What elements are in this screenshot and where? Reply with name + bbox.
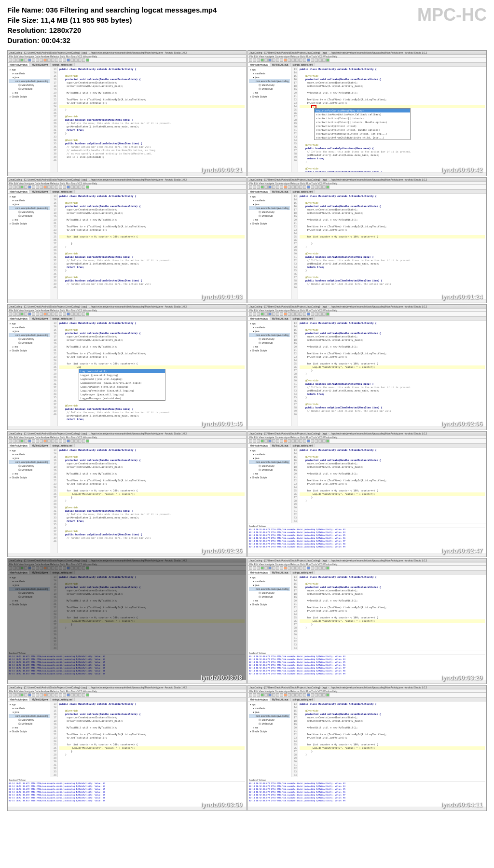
toolbar-icon[interactable]: [78, 693, 82, 697]
toolbar-icon[interactable]: [47, 439, 51, 443]
toolbar-icon[interactable]: [264, 439, 268, 443]
toolbar-icon[interactable]: [268, 439, 272, 443]
toolbar-icon[interactable]: [326, 185, 329, 189]
toolbar-icon[interactable]: [249, 566, 252, 570]
editor-tab[interactable]: MyTextUtil.java: [270, 698, 291, 701]
menu-bar[interactable]: File Edit View Navigate Code Analyze Ref…: [8, 55, 246, 58]
toolbar-icon[interactable]: [303, 312, 306, 316]
menu-bar[interactable]: File Edit View Navigate Code Analyze Ref…: [8, 308, 246, 312]
toolbar-icon[interactable]: [322, 185, 326, 189]
tree-item[interactable]: ▾ java: [9, 710, 50, 714]
tree-root[interactable]: ▸ app: [9, 448, 50, 452]
toolbar-icon[interactable]: [67, 185, 70, 189]
editor-tab[interactable]: MainActivity.java: [248, 698, 270, 701]
tree-item[interactable]: ▸ manifests: [249, 452, 290, 456]
ide-toolbar[interactable]: [248, 693, 486, 698]
toolbar-icon[interactable]: [47, 693, 51, 697]
editor-tab[interactable]: MyTextUtil.java: [270, 571, 291, 574]
toolbar-icon[interactable]: [280, 312, 283, 316]
tree-item[interactable]: ▸ Gradle Scripts: [9, 95, 50, 98]
autocomplete-item[interactable]: startActivity(Intent intent): [315, 124, 410, 128]
toolbar-icon[interactable]: [43, 439, 47, 443]
toolbar-icon[interactable]: [299, 439, 302, 443]
tree-item[interactable]: Ⓒ MyTextUtil: [249, 214, 290, 218]
toolbar-icon[interactable]: [303, 566, 306, 570]
tree-item[interactable]: ▾ java: [249, 583, 290, 587]
toolbar-icon[interactable]: [272, 693, 275, 697]
toolbar-icon[interactable]: [74, 58, 78, 62]
toolbar-icon[interactable]: [78, 58, 82, 62]
toolbar-icon[interactable]: [36, 693, 39, 697]
toolbar-icon[interactable]: [307, 439, 310, 443]
toolbar-icon[interactable]: [24, 185, 27, 189]
toolbar-icon[interactable]: [276, 58, 279, 62]
toolbar-icon[interactable]: [299, 185, 302, 189]
editor[interactable]: 1314151617181920212223242526272829303132…: [291, 67, 486, 176]
editor[interactable]: 1314151617181920212223242526272829303132…: [51, 448, 246, 557]
code-area[interactable]: public class MainActivity extends Action…: [58, 194, 246, 303]
tree-root[interactable]: ▸ app: [9, 702, 50, 706]
toolbar-icon[interactable]: [264, 312, 268, 316]
tree-item[interactable]: ▸ Gradle Scripts: [249, 602, 290, 606]
toolbar-icon[interactable]: [55, 693, 58, 697]
tree-item[interactable]: Ⓒ MainActivity: [249, 464, 290, 468]
ide-toolbar[interactable]: [248, 58, 486, 63]
toolbar-icon[interactable]: [280, 185, 283, 189]
tree-item[interactable]: Ⓒ MainActivity: [9, 210, 50, 214]
tree-root[interactable]: ▸ app: [9, 68, 50, 71]
ide-toolbar[interactable]: [248, 439, 486, 444]
editor-tab[interactable]: strings_activity.xml: [291, 63, 316, 66]
toolbar-icon[interactable]: [303, 185, 306, 189]
toolbar-icon[interactable]: [311, 312, 314, 316]
autocomplete-item[interactable]: LoggerMessages (android.drm): [79, 396, 165, 400]
editor-tab[interactable]: MyTextUtil.java: [30, 190, 51, 193]
toolbar-icon[interactable]: [249, 439, 252, 443]
toolbar-icon[interactable]: [291, 566, 295, 570]
toolbar-icon[interactable]: [55, 58, 58, 62]
tree-item[interactable]: ▸ res: [249, 345, 290, 349]
editor-tab[interactable]: strings_activity.xml: [291, 444, 316, 447]
toolbar-icon[interactable]: [264, 566, 268, 570]
menu-bar[interactable]: File Edit View Navigate Code Analyze Ref…: [8, 435, 246, 439]
toolbar-icon[interactable]: [253, 439, 256, 443]
toolbar-icon[interactable]: [284, 439, 287, 443]
autocomplete-popup[interactable]: Log (android.util)Logger (java.util.logg…: [79, 369, 165, 401]
toolbar-icon[interactable]: [13, 693, 16, 697]
editor[interactable]: 1314151617181920212223242526272829303132…: [291, 321, 486, 430]
autocomplete-item[interactable]: startActivityForResult(Intent intent, in…: [315, 132, 410, 136]
editor-tab[interactable]: strings_activity.xml: [291, 190, 316, 193]
toolbar-icon[interactable]: [249, 312, 252, 316]
toolbar-icon[interactable]: [268, 312, 272, 316]
editor-tab[interactable]: MainActivity.java: [248, 444, 270, 447]
toolbar-icon[interactable]: [249, 185, 252, 189]
toolbar-icon[interactable]: [32, 312, 35, 316]
toolbar-icon[interactable]: [78, 185, 82, 189]
editor-tab[interactable]: strings_activity.xml: [51, 63, 75, 66]
ide-toolbar[interactable]: [248, 185, 486, 190]
toolbar-icon[interactable]: [70, 693, 74, 697]
menu-bar[interactable]: File Edit View Navigate Code Analyze Ref…: [248, 689, 486, 693]
toolbar-icon[interactable]: [59, 185, 62, 189]
tree-item[interactable]: com.example.david.javacoding: [249, 79, 290, 83]
toolbar-icon[interactable]: [326, 566, 329, 570]
toolbar-icon[interactable]: [303, 58, 306, 62]
toolbar-icon[interactable]: [28, 693, 31, 697]
toolbar-icon[interactable]: [295, 693, 299, 697]
toolbar-icon[interactable]: [253, 693, 256, 697]
toolbar-icon[interactable]: [63, 693, 66, 697]
toolbar-icon[interactable]: [272, 58, 275, 62]
toolbar-icon[interactable]: [299, 312, 302, 316]
toolbar-icon[interactable]: [51, 693, 55, 697]
toolbar-icon[interactable]: [36, 58, 39, 62]
tree-root[interactable]: ▸ app: [249, 448, 290, 452]
toolbar-icon[interactable]: [257, 439, 260, 443]
toolbar-icon[interactable]: [326, 693, 329, 697]
editor-tabs[interactable]: MainActivity.javaMyTextUtil.javastrings_…: [248, 63, 486, 67]
editor-tab[interactable]: strings_activity.xml: [291, 571, 316, 574]
toolbar-icon[interactable]: [40, 693, 43, 697]
toolbar-icon[interactable]: [74, 693, 78, 697]
toolbar-icon[interactable]: [82, 693, 85, 697]
toolbar-icon[interactable]: [311, 566, 314, 570]
toolbar-icon[interactable]: [276, 693, 279, 697]
tree-item[interactable]: ▸ Gradle Scripts: [249, 729, 290, 733]
